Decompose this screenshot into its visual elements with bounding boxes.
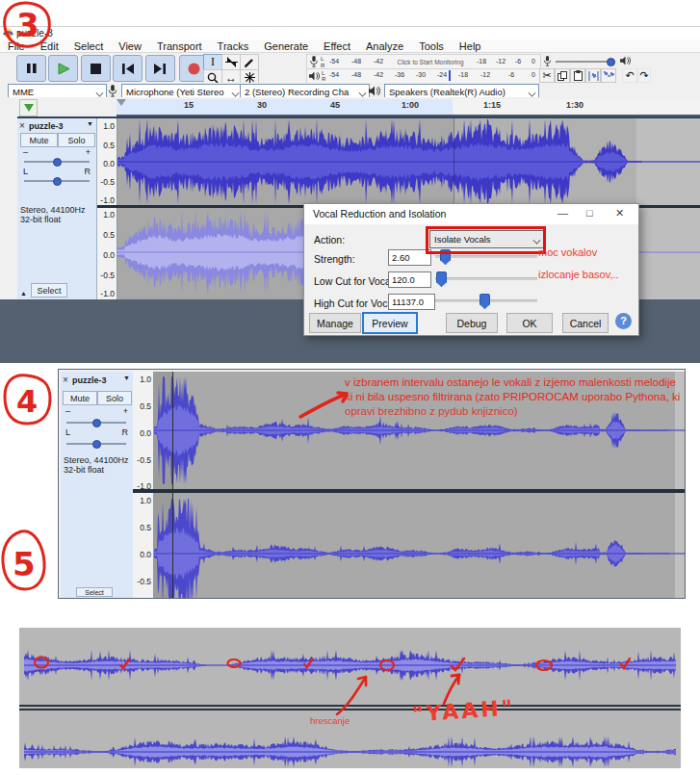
zoomed-waveform-bottom[interactable] [24,732,676,772]
selection-tool-button[interactable]: I [203,54,222,70]
select-track-button[interactable]: Select [31,283,67,297]
scale-label: 1.0 [140,375,151,384]
meter-tick: -48 [351,58,361,65]
menu-tools[interactable]: Tools [411,40,452,52]
gain-slider-thumb[interactable] [53,158,62,167]
multi-tool-icon [245,72,255,83]
track-view-section: × puzzle-3 ▼ Mute Solo – + L R Stereo, 4… [58,369,686,599]
playhead-pin-icon[interactable] [117,99,126,106]
menu-analyze[interactable]: Analyze [358,40,411,52]
menu-generate[interactable]: Generate [256,40,316,52]
meter-channel-label: R [322,76,325,82]
silence-audio-button[interactable] [601,68,616,83]
copy-button[interactable] [555,68,570,83]
menu-effect[interactable]: Effect [316,40,358,52]
ok-button[interactable]: OK [506,313,553,333]
slider-thumb[interactable] [480,294,490,309]
trim-audio-button[interactable] [585,68,601,83]
title-bar: puzzle-3 [0,27,700,39]
highcut-input[interactable]: 11137.0 [388,294,435,310]
stop-icon [91,64,101,74]
meter-tick: -18 [458,71,468,78]
scale-label: -1.0 [100,289,115,298]
pan-slider-thumb[interactable] [92,440,101,449]
audio-host-value: MME [13,87,34,97]
gain-slider[interactable] [24,161,90,163]
pan-slider[interactable] [24,180,90,182]
ruler-tick-label: 15 [184,100,194,110]
mute-button[interactable]: Mute [63,391,97,405]
track-control-panel: × puzzle-3 ▼ Mute Solo – + L R Stereo, 4… [17,118,97,299]
undo-button[interactable]: ↶ [622,68,637,83]
solo-button[interactable]: Solo [58,133,95,147]
minimize-icon[interactable]: — [557,207,568,219]
copy-icon [557,71,567,81]
waveform-channel-2[interactable] [154,493,685,598]
pan-slider-thumb[interactable] [53,177,62,186]
pause-icon [26,63,38,74]
menu-select[interactable]: Select [66,40,112,52]
time-ruler[interactable]: 15 30 45 1:00 1:15 1:30 [117,99,700,116]
mixer-slider-thumb[interactable] [607,58,615,66]
manage-button[interactable]: Manage [309,313,361,333]
ruler-tick-label: 45 [330,100,340,110]
pan-slider[interactable] [66,443,126,445]
waveform-channel-1[interactable] [154,372,685,489]
help-button[interactable]: ? [615,313,632,329]
annotation-note-line3: opravi brezhibno z pydub knjiznico) [345,405,518,417]
paste-button[interactable] [570,68,585,83]
timeline-options-button[interactable] [19,99,38,116]
menu-file[interactable]: File [0,40,33,52]
menu-help[interactable]: Help [452,40,489,52]
pause-button[interactable] [16,55,46,82]
mixer-toolbar [543,55,639,67]
close-track-icon[interactable]: × [63,375,68,385]
scale-label: -0.5 [100,177,115,187]
menu-tracks[interactable]: Tracks [210,40,257,52]
preview-button[interactable]: Preview [362,312,418,334]
redo-button[interactable]: ↷ [637,68,651,83]
play-button[interactable] [48,55,78,82]
close-track-icon[interactable]: × [19,120,25,131]
monitor-hint[interactable]: Click to Start Monitoring [398,59,464,65]
lowcut-slider[interactable] [435,271,537,285]
skip-to-start-button[interactable] [113,55,143,82]
meter-tick: 0 [531,71,535,78]
highcut-slider[interactable] [435,294,537,307]
gain-slider[interactable] [66,422,126,424]
track-name[interactable]: puzzle-3 [29,121,64,131]
track-name[interactable]: puzzle-3 [72,375,107,385]
cancel-button[interactable]: Cancel [562,313,609,333]
meter-tick: -42 [374,71,383,78]
menu-edit[interactable]: Edit [33,40,66,52]
slider-thumb[interactable] [436,271,447,287]
scale-label: 1.0 [103,210,115,220]
mute-button[interactable]: Mute [20,133,58,147]
solo-button[interactable]: Solo [97,391,132,405]
screenshot-root: puzzle-3 File Edit Select View Transport… [0,0,700,775]
stop-button[interactable] [81,55,111,82]
maximize-icon[interactable]: □ [586,207,593,219]
lowcut-input[interactable]: 120.0 [388,271,431,288]
select-track-button[interactable]: Select [76,587,113,597]
track-menu-triangle-icon[interactable]: ▼ [87,120,93,127]
playback-meter[interactable]: L R -54 -48 -42 -36 -30 -24 -18 -12 -6 0 [306,68,541,84]
skip-to-end-button[interactable] [145,55,175,82]
scale-label: 0.5 [103,230,115,240]
cut-button[interactable]: ✂ [539,68,555,83]
envelope-tool-button[interactable] [221,54,241,70]
debug-button[interactable]: Debug [446,313,498,333]
draw-tool-button[interactable] [240,54,259,70]
waveform-channel-1[interactable] [117,118,700,205]
ruler-tick-label: 1:00 [402,100,419,110]
collapse-track-icon[interactable]: ▲ [20,290,27,297]
menu-transport[interactable]: Transport [149,40,210,52]
zoomed-waveform-top[interactable] [24,645,676,685]
track-menu-triangle-icon[interactable]: ▼ [123,375,130,381]
meter-tick: -54 [329,71,339,78]
scale-label: 0.0 [103,159,115,168]
close-icon[interactable]: ✕ [615,207,624,220]
gain-slider-thumb[interactable] [92,419,101,427]
pencil-icon [244,57,255,68]
menu-view[interactable]: View [111,40,149,52]
